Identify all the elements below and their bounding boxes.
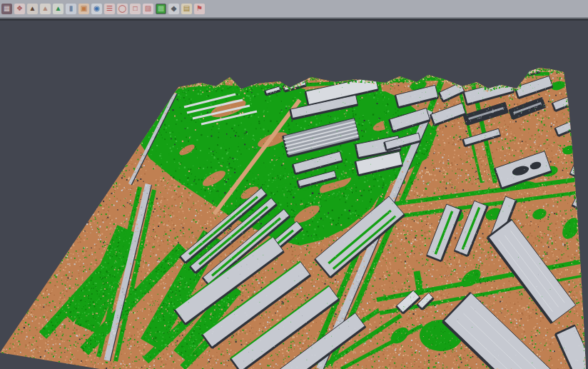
pointcloud-3d-viewport[interactable] bbox=[0, 21, 588, 369]
application-window: ▦❖▲▲▲▮▣◉☰◯□▨▩◆▤⚑ bbox=[0, 0, 588, 369]
elevation-bands-icon[interactable]: ☰ bbox=[104, 4, 115, 14]
dem-dark-icon[interactable]: ▲ bbox=[27, 4, 38, 14]
toolbar: ▦❖▲▲▲▮▣◉☰◯□▨▩◆▤⚑ bbox=[0, 0, 588, 17]
globe-3d-icon[interactable]: ◉ bbox=[91, 4, 102, 14]
classify-tool-icon[interactable]: ❖ bbox=[14, 4, 25, 14]
point-cube-icon[interactable]: ◆ bbox=[168, 4, 179, 14]
grid-clip-icon[interactable]: ▨ bbox=[143, 4, 153, 14]
circle-select-icon[interactable]: ◯ bbox=[117, 4, 128, 14]
classification-render-icon[interactable]: ▩ bbox=[156, 4, 166, 14]
profile-view-icon[interactable]: ▮ bbox=[66, 4, 76, 14]
rect-select-icon[interactable]: □ bbox=[130, 4, 141, 14]
ortho-view-icon[interactable]: ▣ bbox=[78, 4, 89, 14]
flag-tool-icon[interactable]: ⚑ bbox=[194, 4, 205, 14]
open-cloud-icon[interactable]: ▦ bbox=[1, 4, 12, 14]
dem-light-icon[interactable]: ▲ bbox=[40, 4, 51, 14]
measure-icon[interactable]: ▤ bbox=[181, 4, 192, 14]
tin-surface-icon[interactable]: ▲ bbox=[53, 4, 64, 14]
